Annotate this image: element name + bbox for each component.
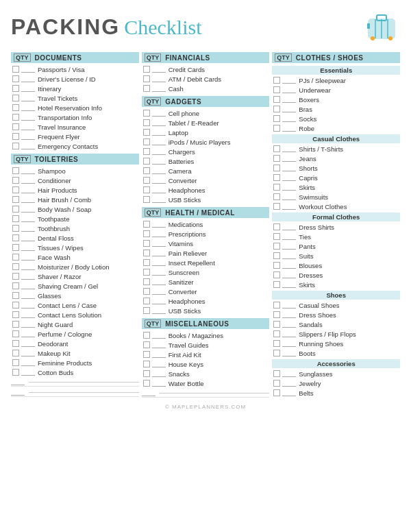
qty-box: [152, 307, 166, 314]
checkbox[interactable]: [12, 143, 19, 149]
checkbox[interactable]: [12, 359, 19, 366]
checkbox[interactable]: [273, 281, 280, 288]
checkbox[interactable]: [143, 361, 150, 367]
checkbox[interactable]: [12, 302, 19, 309]
checkbox[interactable]: [143, 230, 150, 237]
checkbox[interactable]: [12, 206, 19, 213]
checkbox[interactable]: [143, 167, 150, 174]
checkbox[interactable]: [143, 341, 150, 348]
checkbox[interactable]: [273, 262, 280, 269]
checkbox[interactable]: [143, 278, 150, 285]
checkbox[interactable]: [143, 288, 150, 295]
checkbox[interactable]: [12, 369, 19, 376]
checkbox[interactable]: [143, 129, 150, 136]
checkbox[interactable]: [12, 263, 19, 270]
checkbox[interactable]: [143, 148, 150, 155]
checkbox[interactable]: [12, 123, 19, 130]
checkbox[interactable]: [273, 223, 280, 230]
checkbox[interactable]: [12, 95, 19, 101]
checkbox[interactable]: [12, 133, 19, 140]
checkbox[interactable]: [273, 184, 280, 191]
checkbox[interactable]: [143, 380, 150, 387]
checkbox[interactable]: [143, 138, 150, 145]
checkbox[interactable]: [12, 350, 19, 356]
checkbox[interactable]: [273, 380, 280, 387]
checkbox[interactable]: [143, 158, 150, 165]
qty-box: [282, 389, 296, 396]
checkbox[interactable]: [273, 350, 280, 356]
checkbox[interactable]: [12, 215, 19, 222]
checkbox[interactable]: [273, 96, 280, 103]
checkbox[interactable]: [273, 321, 280, 328]
checkbox[interactable]: [273, 174, 280, 181]
checkbox[interactable]: [12, 75, 19, 82]
item-label: Casual Shoes: [299, 302, 339, 309]
checkbox[interactable]: [12, 186, 19, 193]
qty-box: [152, 138, 166, 145]
checkbox[interactable]: [12, 66, 19, 73]
checkbox[interactable]: [143, 177, 150, 184]
checkbox[interactable]: [143, 250, 150, 256]
checkbox[interactable]: [12, 114, 19, 121]
item-label: First Aid Kit: [169, 351, 201, 359]
checkbox[interactable]: [273, 77, 280, 84]
checkbox[interactable]: [12, 85, 19, 92]
checkbox[interactable]: [273, 106, 280, 112]
checkbox[interactable]: [273, 340, 280, 347]
checkbox[interactable]: [12, 330, 19, 337]
checkbox[interactable]: [273, 155, 280, 162]
list-item: Jeans: [272, 154, 400, 163]
checkbox[interactable]: [12, 321, 19, 328]
list-item: Perfume / Cologne: [11, 329, 139, 339]
checkbox[interactable]: [12, 311, 19, 318]
list-item: Deodorant: [11, 339, 139, 348]
checkbox[interactable]: [273, 302, 280, 309]
checkbox[interactable]: [143, 351, 150, 358]
checkbox[interactable]: [143, 85, 150, 92]
checkbox[interactable]: [12, 167, 19, 174]
checkbox[interactable]: [12, 196, 19, 203]
checkbox[interactable]: [273, 252, 280, 259]
checkbox[interactable]: [273, 145, 280, 152]
checkbox[interactable]: [143, 221, 150, 228]
checkbox[interactable]: [273, 115, 280, 122]
checkbox[interactable]: [143, 370, 150, 377]
checkbox[interactable]: [143, 119, 150, 126]
checkbox[interactable]: [12, 340, 19, 347]
checkbox[interactable]: [273, 243, 280, 250]
checkbox[interactable]: [12, 244, 19, 251]
checkbox[interactable]: [143, 307, 150, 314]
checkbox[interactable]: [273, 86, 280, 93]
checkbox[interactable]: [12, 104, 19, 111]
checkbox[interactable]: [143, 75, 150, 82]
checkbox[interactable]: [273, 165, 280, 171]
checkbox[interactable]: [143, 186, 150, 193]
checkbox[interactable]: [143, 240, 150, 247]
checkbox[interactable]: [12, 177, 19, 184]
checkbox[interactable]: [143, 332, 150, 339]
col-financials-gadgets-health-misc: QTY FINANCIALS Credit CardsATM / Debit C…: [142, 52, 270, 398]
checkbox[interactable]: [273, 193, 280, 200]
checkbox[interactable]: [143, 259, 150, 266]
checkbox[interactable]: [12, 234, 19, 241]
checkbox[interactable]: [12, 273, 19, 280]
checkbox[interactable]: [12, 225, 19, 232]
checkbox[interactable]: [143, 110, 150, 117]
checkbox[interactable]: [273, 271, 280, 278]
checkbox[interactable]: [273, 125, 280, 132]
checkbox[interactable]: [12, 254, 19, 261]
checkbox[interactable]: [12, 282, 19, 289]
checkbox[interactable]: [273, 330, 280, 337]
checkbox[interactable]: [143, 269, 150, 276]
checkbox[interactable]: [273, 233, 280, 240]
item-label: Makeup Kit: [38, 350, 71, 357]
checkbox[interactable]: [143, 298, 150, 304]
checkbox[interactable]: [273, 311, 280, 318]
checkbox[interactable]: [273, 389, 280, 396]
checkbox[interactable]: [12, 292, 19, 299]
checkbox[interactable]: [143, 66, 150, 73]
checkbox[interactable]: [143, 196, 150, 203]
item-label: Cotton Buds: [38, 369, 73, 376]
checkbox[interactable]: [273, 203, 280, 210]
checkbox[interactable]: [273, 370, 280, 377]
